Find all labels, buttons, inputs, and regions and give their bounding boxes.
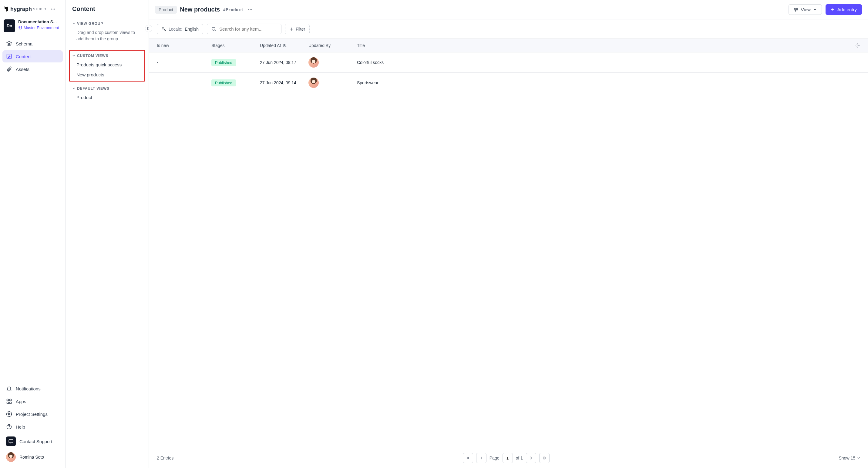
add-entry-button[interactable]: Add entry (826, 4, 862, 15)
nav-label: Content (16, 54, 32, 59)
search-input[interactable] (219, 26, 277, 32)
dots-horizontal-icon (51, 7, 56, 11)
collapse-panel-button[interactable] (145, 25, 152, 32)
default-views-toggle[interactable]: DEFAULT VIEWS (70, 85, 144, 93)
locale-selector[interactable]: Locale: English (157, 24, 203, 34)
nav-label: Notifications (16, 386, 41, 391)
secondary-nav: Notifications Apps Project Settings Help… (2, 382, 63, 464)
page-label: Page (490, 456, 499, 460)
custom-views-highlight: CUSTOM VIEWS Products quick access New p… (69, 50, 145, 81)
table-row[interactable]: - Published 27 Jun 2024, 09:17 Colorful … (149, 53, 868, 73)
locale-value: English (185, 27, 199, 32)
svg-point-18 (212, 27, 215, 30)
table-row[interactable]: - Published 27 Jun 2024, 09:14 Sportswea… (149, 73, 868, 93)
search-icon (211, 27, 216, 32)
locale-label: Locale: (168, 27, 182, 32)
view-group-toggle[interactable]: VIEW GROUP (70, 20, 144, 28)
column-stages[interactable]: Stages (211, 43, 260, 48)
sort-desc-icon (283, 43, 287, 47)
svg-rect-7 (10, 402, 11, 404)
sliders-icon (794, 7, 799, 12)
project-meta: Documentation S... Master Environment (18, 20, 59, 32)
author-avatar (308, 77, 319, 88)
brand-name: hygraph (10, 6, 32, 12)
nav-help[interactable]: Help (2, 421, 63, 433)
cell-stages: Published (211, 59, 260, 66)
nav-label: Apps (16, 399, 26, 404)
button-label: View (801, 7, 811, 12)
view-group-section: VIEW GROUP Drag and drop custom views to… (70, 20, 144, 45)
svg-point-2 (54, 9, 55, 10)
help-circle-icon (6, 424, 12, 430)
content-toolbar: Locale: English Filter (149, 20, 868, 38)
view-options-button[interactable]: View (788, 4, 822, 15)
svg-point-17 (795, 10, 796, 11)
nav-contact-support[interactable]: Contact Support (2, 433, 63, 449)
current-user[interactable]: Romina Soto (2, 450, 63, 464)
group-header-label: VIEW GROUP (77, 22, 103, 26)
column-label: Updated At (260, 43, 281, 48)
view-actions-button[interactable] (247, 6, 254, 13)
svg-point-12 (248, 9, 249, 10)
column-is-new[interactable]: Is new (157, 43, 211, 48)
table-header: Is new Stages Updated At Updated By Titl… (149, 38, 868, 53)
cell-title: Colorful socks (357, 60, 848, 65)
svg-rect-4 (7, 399, 9, 401)
page-prev-button[interactable] (476, 453, 487, 463)
nav-label: Schema (16, 41, 32, 46)
project-selector[interactable]: Do Documentation S... Master Environment (2, 17, 63, 38)
custom-views-toggle[interactable]: CUSTOM VIEWS (70, 52, 144, 60)
add-filter-button[interactable]: Filter (285, 24, 310, 34)
page-last-button[interactable] (539, 453, 550, 463)
table-footer: 2 Entries Page of 1 Show 15 (149, 448, 868, 468)
custom-view-item[interactable]: Products quick access (70, 60, 144, 70)
search-field[interactable] (207, 24, 281, 34)
svg-point-14 (251, 9, 252, 10)
nav-assets[interactable]: Assets (2, 63, 63, 75)
author-avatar (308, 57, 319, 68)
content-header: Product New products #Product View Add e… (149, 0, 868, 20)
env-label: Master Environment (24, 26, 59, 30)
column-updated-by[interactable]: Updated By (308, 43, 357, 48)
chevron-down-icon (72, 22, 75, 25)
nav-project-settings[interactable]: Project Settings (2, 408, 63, 420)
chevron-down-icon (857, 457, 860, 460)
svg-rect-11 (9, 439, 13, 443)
svg-point-15 (795, 8, 796, 9)
header-left: Product New products #Product (155, 6, 254, 14)
project-badge: Do (4, 20, 15, 32)
svg-rect-6 (7, 402, 9, 404)
page-input[interactable] (502, 453, 513, 463)
page-size-selector[interactable]: Show 15 (839, 456, 860, 460)
page-of-label: of 1 (516, 456, 523, 460)
default-view-item[interactable]: Product (70, 93, 144, 102)
views-panel: Content VIEW GROUP Drag and drop custom … (65, 0, 149, 468)
svg-point-19 (857, 45, 858, 46)
model-chip[interactable]: Product (155, 6, 177, 14)
nav-label: Contact Support (20, 439, 52, 444)
gear-icon (6, 411, 12, 417)
cell-stages: Published (211, 79, 260, 87)
brand-logo[interactable]: hygraph STUDIO (4, 6, 46, 12)
primary-nav: Schema Content Assets (2, 38, 63, 75)
panel-title: Content (70, 5, 144, 20)
page-first-button[interactable] (463, 453, 473, 463)
svg-point-10 (9, 428, 9, 428)
nav-content[interactable]: Content (2, 50, 63, 62)
table-settings-button[interactable] (848, 43, 860, 48)
nav-notifications[interactable]: Notifications (2, 382, 63, 395)
hygraph-logo-icon (4, 6, 9, 12)
nav-apps[interactable]: Apps (2, 395, 63, 407)
chevron-down-icon (813, 8, 817, 11)
page-size-label: Show 15 (839, 456, 855, 460)
cell-title: Sportswear (357, 80, 848, 85)
custom-view-item[interactable]: New products (70, 70, 144, 80)
nav-schema[interactable]: Schema (2, 38, 63, 50)
page-next-button[interactable] (526, 453, 536, 463)
brand-menu-button[interactable] (50, 5, 57, 13)
column-title[interactable]: Title (357, 43, 848, 48)
column-updated-at[interactable]: Updated At (260, 43, 308, 48)
chevron-right-icon (529, 456, 533, 460)
attachment-icon (6, 66, 12, 72)
button-label: Add entry (837, 7, 857, 12)
